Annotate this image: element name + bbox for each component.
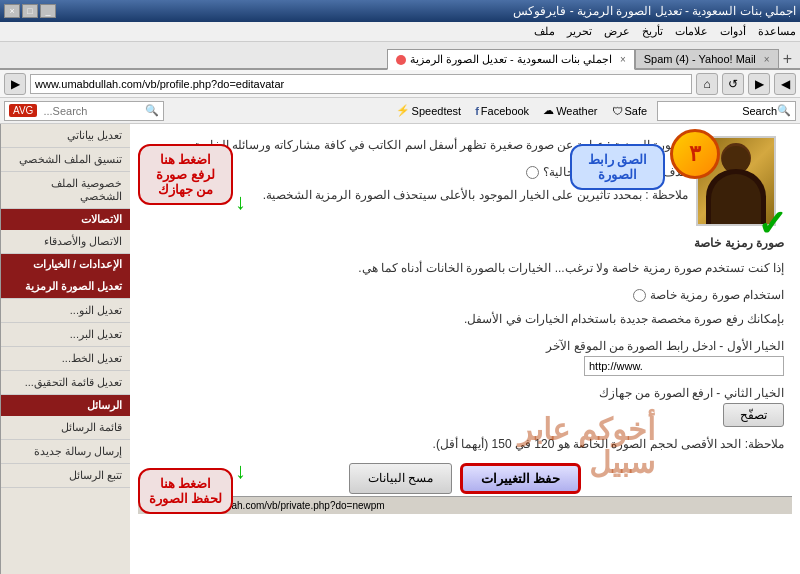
content-inner: الصورة الرمزية : عبارة عن صورة صغيرة تظه… [138, 132, 792, 455]
sidebar-item-edit3[interactable]: تعديل الخط... [1, 347, 130, 371]
sidebar: تعديل بياناتي تنسيق الملف الشخصي خصوصية … [0, 124, 130, 574]
sidebar-item-msg-track[interactable]: تتبع الرسائل [1, 464, 130, 488]
close-button[interactable]: × [4, 4, 20, 18]
sidebar-item-profile[interactable]: تعديل بياناتي [1, 124, 130, 148]
sidebar-item-edit4[interactable]: تعديل قائمة التحقيق... [1, 371, 130, 395]
sidebar-item-format[interactable]: تنسيق الملف الشخصي [1, 148, 130, 172]
private-avatar-desc-text: إذا كنت تستخدم صورة رمزية خاصة ولا ترغب.… [358, 261, 784, 275]
callout-upload: اضغط هنا لرفع صورة من جهازك [138, 144, 233, 205]
home-button[interactable]: ⌂ [696, 73, 718, 95]
bottom-buttons: حفظ التغييرات مسح البيانات [138, 463, 792, 494]
option2-label: الخيار الثاني - ارفع الصورة من جهازك [599, 386, 784, 400]
toolbar-speedtest[interactable]: ⚡ Speedtest [392, 102, 466, 119]
menu-view[interactable]: عرض [604, 25, 630, 38]
minimize-button[interactable]: _ [40, 4, 56, 18]
tab-bar: + × Spam (4) - Yahoo! Mail × اجملي بنات … [0, 42, 800, 70]
title-bar: اجملي بنات السعودية - تعديل الصورة الرمز… [0, 0, 800, 22]
step-number: ٣ [689, 141, 701, 167]
title-bar-buttons[interactable]: _ □ × [4, 4, 56, 18]
search-input[interactable] [662, 105, 742, 117]
status-bar: http://www.umabdullah.com/vb/private.php… [138, 496, 792, 514]
content-area: اضغط هنا لرفع صورة من جهازك ↓ اضغط هنا ل… [130, 124, 800, 574]
sidebar-item-edit1[interactable]: تعديل النو... [1, 299, 130, 323]
sidebar-item-msg-send-label: إرسال رسالة جديدة [34, 445, 122, 457]
option2-block: الخيار الثاني - ارفع الصورة من جهازك تصف… [138, 384, 784, 427]
search-box[interactable]: Search 🔍 [657, 101, 796, 121]
go-button[interactable]: ▶ [4, 73, 26, 95]
url-input[interactable] [30, 74, 692, 94]
sidebar-section-messages: الرسائل [1, 395, 130, 416]
watermark-line1: أخوكم عابر [518, 413, 655, 446]
close-active-tab-icon[interactable]: × [620, 54, 626, 65]
forward-button[interactable]: ▶ [748, 73, 770, 95]
speedtest-label: Speedtest [412, 105, 462, 117]
search-label: Search [742, 105, 777, 117]
callout-upload-text: اضغط هنا لرفع صورة من جهازك [156, 152, 215, 197]
sidebar-item-edit1-label: تعديل النو... [70, 304, 122, 316]
avg-search-box[interactable]: AVG 🔍 [4, 101, 164, 121]
toolbar-weather[interactable]: ☁ Weather [539, 102, 601, 119]
sidebar-section-settings-label: الإعدادات / الخيارات [33, 258, 122, 270]
sidebar-item-friends[interactable]: الاتصال والأصدقاء [1, 230, 130, 254]
close-mail-tab-icon[interactable]: × [764, 54, 770, 65]
sidebar-item-avatar[interactable]: تعديل الصورة الرمزية [1, 275, 130, 299]
avg-search-input[interactable] [43, 105, 143, 117]
url-field[interactable] [584, 356, 784, 376]
menu-tools[interactable]: أدوات [720, 25, 746, 38]
note-text: ملاحظة : بمحدد تأثيرين على الخيار الموجو… [263, 188, 688, 202]
toolbar-facebook[interactable]: f Facebook [471, 103, 533, 119]
upload-desc-block: بإمكانك رفع صورة مخصصة جديدة باستخدام ال… [138, 310, 784, 329]
menu-help[interactable]: مساعدة [758, 25, 796, 38]
back-button[interactable]: ◀ [774, 73, 796, 95]
menu-file[interactable]: ملف [534, 25, 555, 38]
search-icon[interactable]: 🔍 [777, 104, 791, 117]
tab-active-label: اجملي بنات السعودية - تعديل الصورة الرمز… [410, 53, 612, 66]
delete-radio[interactable] [526, 166, 539, 179]
private-avatar-desc: إذا كنت تستخدم صورة رمزية خاصة ولا ترغب.… [138, 259, 784, 278]
callout-paste-text: الصق رابط الصورة [588, 152, 648, 182]
main-area: اضغط هنا لرفع صورة من جهازك ↓ اضغط هنا ل… [0, 124, 800, 574]
sidebar-item-privacy[interactable]: خصوصية الملف الشخصي [1, 172, 130, 209]
avg-search-icon[interactable]: 🔍 [145, 104, 159, 117]
tab-active[interactable]: × اجملي بنات السعودية - تعديل الصورة الر… [387, 49, 635, 70]
menu-history[interactable]: تأريخ [642, 25, 663, 38]
tab-mail[interactable]: × Spam (4) - Yahoo! Mail [635, 49, 779, 68]
sidebar-section-settings: الإعدادات / الخيارات [1, 254, 130, 275]
menu-bookmarks[interactable]: علامات [675, 25, 708, 38]
maximize-button[interactable]: □ [22, 4, 38, 18]
facebook-icon: f [475, 105, 479, 117]
private-avatar-section: صورة رمزية خاصة إذا كنت تستخدم صورة رمزي… [138, 234, 784, 455]
browse-button[interactable]: تصفّح [723, 403, 784, 427]
menu-edit[interactable]: تحرير [567, 25, 592, 38]
sidebar-item-msg-track-label: تتبع الرسائل [69, 469, 122, 481]
title-bar-text: اجملي بنات السعودية - تعديل الصورة الرمز… [513, 4, 796, 18]
callout-paste: الصق رابط الصورة [570, 144, 665, 190]
tab-mail-label: Spam (4) - Yahoo! Mail [644, 53, 756, 65]
facebook-label: Facebook [481, 105, 529, 117]
safe-label: Safe [625, 105, 648, 117]
sidebar-item-avatar-label: تعديل الصورة الرمزية [25, 280, 122, 292]
weather-label: Weather [556, 105, 597, 117]
use-private-label: استخدام صورة رمزية خاصة [650, 286, 784, 305]
sidebar-item-profile-label: تعديل بياناتي [67, 129, 122, 141]
sidebar-item-privacy-label: خصوصية الملف الشخصي [51, 177, 122, 202]
use-private-radio[interactable] [633, 289, 646, 302]
save-button[interactable]: حفظ التغييرات [460, 463, 582, 494]
add-tab-button[interactable]: + [779, 50, 796, 68]
reset-button[interactable]: مسح البيانات [349, 463, 452, 494]
safe-icon: 🛡 [612, 105, 623, 117]
sidebar-item-msg-send[interactable]: إرسال رسالة جديدة [1, 440, 130, 464]
toolbar-safe[interactable]: 🛡 Safe [608, 103, 652, 119]
speedtest-icon: ⚡ [396, 104, 410, 117]
checkmark: ✓ [752, 204, 792, 244]
sidebar-item-msg-list[interactable]: قائمة الرسائل [1, 416, 130, 440]
sidebar-item-edit2[interactable]: تعديل البر... [1, 323, 130, 347]
refresh-button[interactable]: ↺ [722, 73, 744, 95]
option1-block: الخيار الأول - ادخل رابط الصورة من الموق… [138, 337, 784, 376]
address-bar: ◀ ▶ ↺ ⌂ ▶ [0, 70, 800, 98]
size-note-block: ملاحظة: الحد الأقصى لحجم الصورة الخاصة ه… [138, 435, 784, 454]
sidebar-section-contacts-label: الاتصالات [81, 213, 122, 225]
sidebar-section-messages-label: الرسائل [87, 399, 122, 411]
sidebar-item-msg-list-label: قائمة الرسائل [61, 421, 122, 433]
sidebar-section-contacts: الاتصالات [1, 209, 130, 230]
